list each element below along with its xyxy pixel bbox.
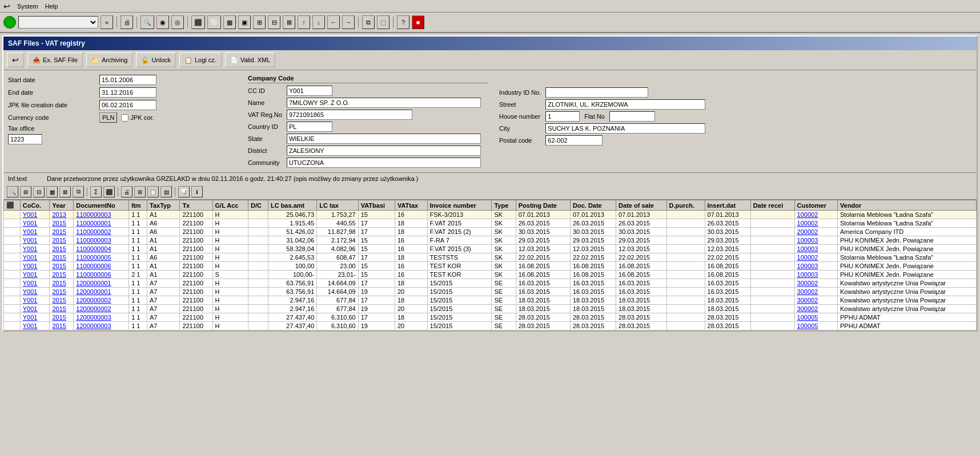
cc-id-input[interactable] xyxy=(287,86,332,96)
table-row[interactable]: Y001201512000000021 1A7221100H2.947,1667… xyxy=(4,305,977,313)
name-input[interactable] xyxy=(287,98,481,108)
col-lcbas[interactable]: LC bas.amt xyxy=(268,200,316,211)
col-insert[interactable]: Insert.dat xyxy=(705,200,750,211)
table-row[interactable]: Y001201512000000031 1A7221100H27.437,406… xyxy=(4,322,977,330)
col-docno[interactable]: DocumentNo xyxy=(74,200,129,211)
ex-saf-file-button[interactable]: 📤 Ex. SAF File xyxy=(27,53,83,67)
btn10[interactable]: ← xyxy=(327,15,340,29)
col-doc[interactable]: Doc. Date xyxy=(571,200,616,211)
command-field[interactable] xyxy=(18,16,98,29)
col-type[interactable]: Type xyxy=(492,200,516,211)
btn3[interactable]: ▦ xyxy=(223,15,236,29)
col-glac[interactable]: G/L Acc xyxy=(212,200,248,211)
table-row[interactable]: Y001201512000000021 1A7221100H2.947,1667… xyxy=(4,296,977,305)
btn1[interactable]: ⬛ xyxy=(191,15,205,29)
col-recei[interactable]: Date recei xyxy=(750,200,794,211)
col-year[interactable]: Year xyxy=(50,200,74,211)
btn7[interactable]: ⊠ xyxy=(283,15,295,29)
community-input[interactable] xyxy=(287,158,481,168)
end-date-input[interactable] xyxy=(99,87,156,98)
table-row[interactable]: Y001201511000000062 1A1221100S100,00-23,… xyxy=(4,271,977,279)
col-taxtyp[interactable]: TaxTyp xyxy=(147,200,180,211)
tbl-btn-8[interactable]: 📋 xyxy=(147,186,159,197)
valid-xml-button[interactable]: 📄 Valid. XML xyxy=(225,53,275,67)
col-vattax[interactable]: VATtax xyxy=(395,200,427,211)
tbl-btn-4[interactable]: ⊠ xyxy=(59,186,71,197)
table-row[interactable]: Y001201511000000021 1A6221100H51.426,021… xyxy=(4,228,977,236)
unlock-button[interactable]: 🔓 Unlock xyxy=(136,53,176,67)
btn11[interactable]: → xyxy=(342,15,355,29)
table-row[interactable]: Y001201511000000011 1A6221100H1.915,4544… xyxy=(4,219,977,228)
table-row[interactable]: Y001201511000000031 1A1221100H31.042,062… xyxy=(4,236,977,245)
col-coco[interactable]: CoCo. xyxy=(20,200,50,211)
col-vatbasi[interactable]: VATbasi xyxy=(358,200,395,211)
city-input[interactable] xyxy=(545,123,705,134)
print-button[interactable]: 🖨 xyxy=(121,15,133,29)
menu-help[interactable]: Help xyxy=(45,3,58,10)
find-next-button[interactable]: ◉ xyxy=(156,15,169,29)
tbl-btn-6[interactable]: ⬛ xyxy=(103,186,115,197)
flat-input[interactable] xyxy=(609,111,655,122)
col-posting[interactable]: Posting Date xyxy=(516,200,570,211)
menu-system[interactable]: System xyxy=(17,3,38,10)
table-row[interactable]: Y001201512000000011 1A7221100H63.756,911… xyxy=(4,279,977,288)
table-row[interactable]: Y001201512000000011 1A7221100H63.756,911… xyxy=(4,288,977,296)
state-input[interactable] xyxy=(287,134,481,144)
tbl-btn-2[interactable]: ⊟ xyxy=(33,186,45,197)
col-dpurch[interactable]: D.purch. xyxy=(666,200,705,211)
jpk-cor-checkbox[interactable] xyxy=(121,114,128,122)
archiving-button[interactable]: 📁 Archiving xyxy=(86,53,132,67)
btn13[interactable]: ⬚ xyxy=(377,15,389,29)
vat-reg-input[interactable] xyxy=(287,110,412,120)
tbl-btn-chart[interactable]: 📊 xyxy=(178,186,190,197)
find-prev-button[interactable]: ◎ xyxy=(171,15,184,29)
back-button[interactable]: ↩ xyxy=(7,53,24,67)
tbl-btn-search[interactable]: 🔍 xyxy=(7,186,18,197)
tbl-btn-sum[interactable]: Σ xyxy=(90,186,102,197)
start-date-input[interactable] xyxy=(99,75,156,85)
btn4[interactable]: ▣ xyxy=(238,15,251,29)
table-row[interactable]: Y001201511000000051 1A6221100H2.645,5360… xyxy=(4,253,977,262)
table-row[interactable]: Y001201512000000031 1A7221100H27.437,406… xyxy=(4,313,977,322)
table-row[interactable]: Y001201511000000061 1A1221100H100,0023,0… xyxy=(4,262,977,271)
tbl-btn-3[interactable]: ▦ xyxy=(46,186,58,197)
tbl-btn-7[interactable]: ⊞ xyxy=(134,186,146,197)
btn8[interactable]: ↑ xyxy=(298,15,310,29)
tbl-btn-5[interactable]: ⧉ xyxy=(73,186,84,197)
jpk-creation-input[interactable] xyxy=(99,100,156,110)
col-lctax[interactable]: LC tax xyxy=(317,200,358,211)
district-input[interactable] xyxy=(287,146,481,156)
enter-button[interactable] xyxy=(3,16,16,29)
table-row[interactable]: Y001201311000000031 1A1221100H25.046,731… xyxy=(4,211,977,219)
help-button[interactable]: ? xyxy=(397,15,409,29)
btn12[interactable]: ⧉ xyxy=(362,15,375,29)
cust-button[interactable]: ■ xyxy=(412,15,424,29)
col-tx[interactable]: Tx xyxy=(180,200,212,211)
col-sale[interactable]: Date of sale xyxy=(616,200,666,211)
currency-button[interactable]: PLN xyxy=(99,112,117,123)
postal-input[interactable] xyxy=(545,135,603,146)
industry-id-input[interactable] xyxy=(545,87,648,98)
tbl-btn-print[interactable]: 🖨 xyxy=(121,186,132,197)
col-vendor[interactable]: Vendor xyxy=(838,200,977,211)
street-input[interactable] xyxy=(545,99,705,110)
btn2[interactable]: ⬜ xyxy=(207,15,221,29)
tbl-btn-grid[interactable]: ▤ xyxy=(160,186,172,197)
system-exit-icon[interactable]: ↩ xyxy=(3,2,10,11)
logi-button[interactable]: 📋 Logi cz. xyxy=(179,53,222,67)
col-itm[interactable]: Itm xyxy=(129,200,147,211)
tax-office-input[interactable] xyxy=(8,134,42,144)
tbl-btn-info[interactable]: ℹ xyxy=(191,186,203,197)
btn6[interactable]: ⊟ xyxy=(268,15,280,29)
country-id-input[interactable] xyxy=(287,122,332,132)
table-row[interactable]: Y001201511000000041 1A1221100H58.328,044… xyxy=(4,245,977,253)
btn9[interactable]: ↓ xyxy=(312,15,325,29)
tbl-btn-1[interactable]: ⊞ xyxy=(20,186,31,197)
col-dc[interactable]: D/C xyxy=(248,200,268,211)
prev-button[interactable]: « xyxy=(101,15,113,29)
col-customer[interactable]: Customer xyxy=(794,200,837,211)
btn5[interactable]: ⊞ xyxy=(253,15,266,29)
col-invoice[interactable]: Invoice number xyxy=(427,200,492,211)
house-input[interactable] xyxy=(545,111,580,122)
find-button[interactable]: 🔍 xyxy=(140,15,154,29)
